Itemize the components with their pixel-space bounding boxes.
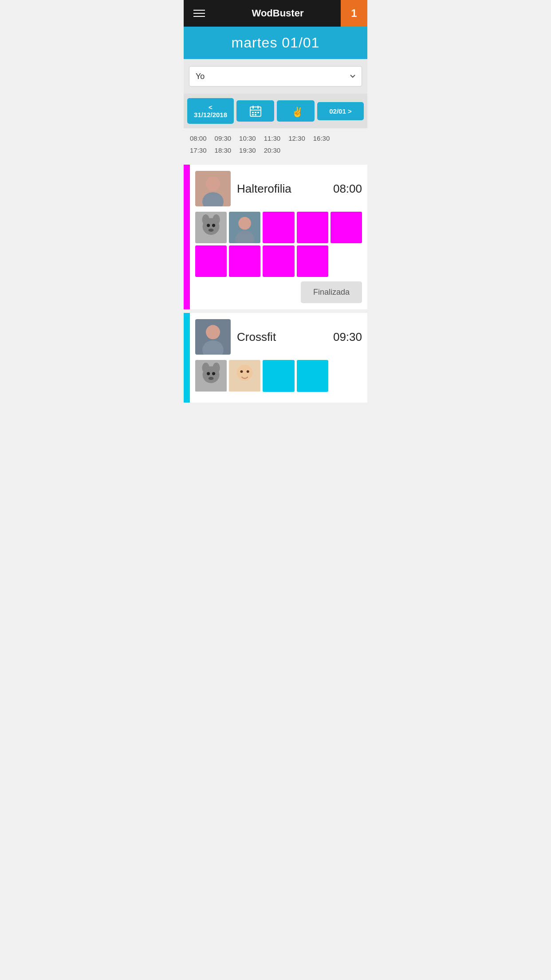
timeslot-item[interactable]: 17:30	[190, 146, 207, 154]
svg-point-11	[206, 177, 220, 191]
svg-point-19	[209, 229, 214, 232]
avatar-cell	[229, 245, 260, 277]
avatar-cell	[297, 360, 328, 391]
svg-point-24	[206, 325, 220, 340]
avatar-cell	[229, 212, 260, 243]
svg-point-32	[209, 377, 214, 380]
timeslot-item[interactable]: 19:30	[239, 146, 256, 154]
finalizada-button[interactable]: Finalizada	[301, 281, 362, 303]
svg-point-31	[212, 372, 215, 375]
svg-point-17	[207, 224, 210, 227]
app-header: WodBuster 1	[184, 0, 367, 27]
timeslot-item[interactable]: 10:30	[239, 134, 256, 142]
svg-rect-4	[252, 112, 254, 113]
avatar-grid	[195, 212, 362, 277]
app-title: WodBuster	[215, 8, 341, 19]
peace-button[interactable]: ✌	[277, 100, 315, 122]
avatar-grid	[195, 360, 362, 391]
avatar-cell	[297, 212, 328, 243]
svg-rect-1	[252, 106, 254, 109]
next-date-button[interactable]: 02/01 >	[317, 102, 364, 120]
avatar-cell	[195, 360, 227, 391]
avatar-cell	[195, 212, 227, 243]
svg-point-15	[202, 214, 209, 225]
avatar-cell	[263, 245, 294, 277]
svg-point-28	[202, 363, 209, 373]
timeslots-list: 08:0009:3010:3011:3012:3016:3017:3018:30…	[190, 134, 361, 157]
svg-rect-5	[255, 112, 256, 113]
navigation-row: < 31/12/2018 ✌ 02/01 >	[184, 94, 367, 128]
class-card-border	[184, 165, 190, 309]
svg-point-21	[239, 217, 251, 229]
svg-rect-6	[257, 112, 259, 113]
timeslot-item[interactable]: 11:30	[264, 134, 281, 142]
peace-icon: ✌	[290, 105, 302, 117]
timeslot-item[interactable]: 09:30	[215, 134, 232, 142]
svg-point-16	[213, 214, 220, 225]
classes-container: Halterofilia08:00 Finalizada Crossfit09:…	[184, 165, 367, 411]
date-bar: martes 01/01	[184, 27, 367, 59]
user-dropdown-container: Yo	[184, 59, 367, 94]
svg-rect-8	[255, 114, 256, 115]
avatar-cell	[229, 360, 260, 391]
user-dropdown[interactable]: Yo	[189, 66, 362, 87]
class-name: Crossfit	[237, 330, 276, 344]
class-card-border	[184, 313, 190, 402]
avatar-cell	[195, 319, 231, 355]
avatar-cell	[195, 245, 227, 277]
class-time: 09:30	[333, 330, 362, 344]
timeslot-item[interactable]: 20:30	[264, 146, 281, 154]
timeslot-item[interactable]: 08:00	[190, 134, 207, 142]
class-card-crossfit: Crossfit09:30	[184, 313, 367, 402]
svg-point-35	[240, 371, 243, 373]
calendar-button[interactable]	[236, 100, 274, 122]
class-header: Crossfit09:30	[195, 319, 362, 355]
timeslot-item[interactable]: 16:30	[313, 134, 330, 142]
avatar-cell	[297, 245, 328, 277]
timeslot-item[interactable]: 12:30	[288, 134, 305, 142]
prev-date-button[interactable]: < 31/12/2018	[187, 98, 234, 124]
calendar-icon	[249, 105, 262, 117]
class-footer: Finalizada	[195, 281, 362, 303]
avatar-cell	[263, 360, 294, 391]
svg-rect-7	[252, 114, 254, 115]
timeslots-container: 08:0009:3010:3011:3012:3016:3017:3018:30…	[184, 128, 367, 161]
menu-button[interactable]	[184, 0, 215, 27]
current-date: martes 01/01	[188, 35, 363, 51]
hamburger-icon	[193, 10, 205, 17]
timeslot-item[interactable]: 18:30	[215, 146, 232, 154]
class-time: 08:00	[333, 182, 362, 196]
svg-point-30	[207, 372, 210, 375]
svg-text:✌: ✌	[291, 106, 302, 117]
avatar-cell	[195, 171, 231, 206]
class-name: Halterofilia	[237, 182, 291, 196]
svg-point-18	[212, 224, 215, 227]
class-card-halterofilia: Halterofilia08:00 Finalizada	[184, 165, 367, 309]
svg-point-29	[213, 363, 220, 373]
svg-point-36	[247, 371, 249, 373]
avatar-cell	[263, 212, 294, 243]
avatar-cell	[331, 212, 362, 243]
notification-badge[interactable]: 1	[341, 0, 367, 27]
svg-rect-2	[257, 106, 259, 109]
class-header: Halterofilia08:00	[195, 171, 362, 206]
